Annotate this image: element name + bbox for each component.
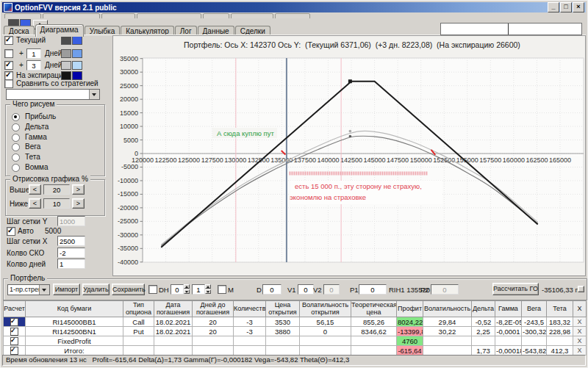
svg-text:есть 15 000 п., эту сторону не: есть 15 000 п., эту сторону не страхую, [295,182,422,190]
column-header[interactable]: Код бумаги [26,301,123,317]
below-decrease-button[interactable]: < [29,198,41,209]
column-header[interactable]: Волатильность [423,301,472,317]
m-checkbox[interactable] [218,285,226,294]
legend-color-swatch[interactable] [72,61,82,70]
d-input[interactable] [262,284,282,295]
p1-input[interactable] [359,284,387,295]
grid-step-x-input[interactable] [57,236,85,246]
delete-button[interactable]: Удалить [82,284,110,295]
row-calc-checkbox[interactable] [10,318,18,326]
import-button[interactable]: Импорт [53,284,80,295]
minimize-button[interactable]: _ [548,2,559,12]
grid-step-y-input[interactable] [57,216,85,226]
above-value[interactable] [43,184,70,195]
row-calc-checkbox[interactable] [10,328,18,336]
spin-down-icon[interactable] [184,289,190,294]
cell [234,336,266,346]
svg-text:157500: 157500 [479,156,501,164]
days-input-1[interactable] [26,48,41,59]
dh-checkbox[interactable] [148,285,157,294]
spin-up-icon[interactable] [184,284,190,289]
legend-color-swatch[interactable] [72,36,82,45]
spin-up-icon[interactable] [205,284,211,289]
radio-Гамма[interactable] [12,134,20,142]
column-header[interactable]: X [573,301,587,317]
radio-Дельта[interactable] [12,123,20,131]
column-header[interactable]: Вега [522,301,547,317]
compare-strategy-label: Сравнить со стратегией [16,79,98,87]
column-header[interactable]: Дельта [472,301,495,317]
radio-label-Прибыль: Прибыль [25,112,56,120]
column-header[interactable]: Количество [234,301,266,317]
row-close-button[interactable]: X [573,327,587,336]
radio-Вомма[interactable] [12,164,20,172]
cell: 183,32 [547,317,573,327]
row-close-button[interactable]: X [573,336,587,346]
days-count-input[interactable] [57,259,85,269]
v2-input[interactable] [323,284,340,295]
sko-count-input[interactable] [57,248,85,258]
cell: -615,64 [397,346,423,356]
legend-checkbox-0[interactable] [4,36,13,45]
p2-input[interactable] [431,284,459,295]
svg-text:-30000: -30000 [118,231,138,239]
radio-Прибыль[interactable] [12,113,20,121]
portfolio-group-title: Портфель [8,274,47,282]
dh-spin1-input[interactable] [171,284,184,295]
svg-text:-20000: -20000 [118,204,138,212]
radio-Вега[interactable] [12,143,20,151]
column-header[interactable]: Гамма [495,301,522,317]
close-button[interactable]: × [573,2,584,12]
radio-Тета[interactable] [12,154,20,162]
legend-checkbox-2[interactable] [4,61,13,70]
legend-checkbox-1[interactable] [4,49,13,58]
cell: 2,25 [472,327,495,336]
chart-plot[interactable]: 35000300002500020000150001000050000-5000… [113,52,585,275]
row-close-button[interactable]: X [573,317,587,327]
row-close-button[interactable]: X [573,346,587,356]
cell: 1,73 [472,346,495,356]
v1-input[interactable] [298,284,314,295]
tab-Диаграмма[interactable]: Диаграмма [35,24,84,37]
row-calc-checkbox[interactable] [10,337,18,345]
column-header[interactable]: Дней до погашения [193,301,234,317]
column-header[interactable]: Расчет [4,301,26,317]
info-strip [440,23,582,35]
days-input-2[interactable] [26,60,41,71]
chevron-down-icon[interactable] [39,285,49,295]
column-header[interactable]: Профит [397,301,423,317]
grid-step-x-label: Шаг сетки X [7,237,47,245]
spin-down-icon[interactable] [205,289,211,294]
auto-checkbox[interactable] [7,227,15,236]
legend-color-swatch[interactable] [61,49,71,58]
legend-color-swatch[interactable] [61,61,71,70]
compare-strategy-checkbox[interactable] [4,79,13,88]
column-header[interactable]: Теоретическая цена [351,301,397,317]
above-increase-button[interactable]: > [72,184,85,195]
chevron-down-icon[interactable] [89,90,99,99]
calc-margin-button[interactable]: Рассчитать ГО [492,283,539,295]
p1-label: P1 [350,286,359,294]
svg-text:-5000: -5000 [121,163,138,170]
column-header[interactable]: Тип опциона [123,301,154,317]
collapse-portfolio-button[interactable] [578,286,584,292]
v1-label: V1 [287,286,296,294]
column-header[interactable]: Дата погашения [154,301,193,317]
legend-color-swatch[interactable] [61,36,71,45]
column-header[interactable]: Цена открытия [266,301,300,317]
column-header[interactable]: Волатильность открытия [300,301,351,317]
above-decrease-button[interactable]: < [29,184,41,195]
save-button[interactable]: Сохранить [112,284,145,295]
column-header[interactable]: Тета [547,301,573,317]
legend-color-swatch[interactable] [72,49,82,58]
draw-option-row: Дельта [6,123,104,134]
strategy-compare-select[interactable] [6,89,100,100]
dh-spin2-input[interactable] [192,284,205,295]
maximize-button[interactable]: □ [560,2,572,12]
row-calc-checkbox[interactable] [10,347,18,355]
below-increase-button[interactable]: > [72,198,85,209]
strategy-select[interactable]: 1-пр.стренгл [7,284,50,295]
svg-text:165000: 165000 [549,156,571,164]
below-value[interactable] [43,198,70,209]
title-bar: OptionFVV версия 2.1 public _ □ × [2,2,586,12]
